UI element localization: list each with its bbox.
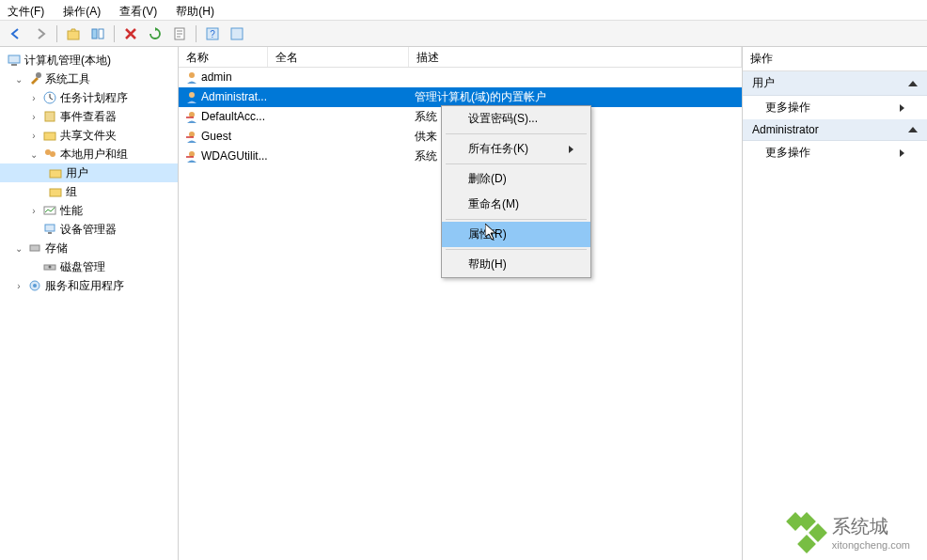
menu-rename[interactable]: 重命名(M) — [442, 192, 590, 217]
menu-help[interactable]: 帮助(H) — [172, 2, 218, 18]
expander-icon[interactable]: › — [28, 93, 39, 103]
svg-rect-7 — [8, 55, 20, 63]
svg-point-28 — [189, 132, 195, 137]
actions-more-2[interactable]: 更多操作 — [743, 141, 927, 164]
column-fullname[interactable]: 全名 — [268, 47, 409, 67]
services-icon — [27, 278, 42, 293]
help-button[interactable]: ? — [202, 23, 223, 44]
up-button[interactable] — [63, 23, 84, 44]
expander-icon[interactable]: › — [28, 112, 39, 122]
folder-icon — [48, 165, 63, 180]
menu-set-password[interactable]: 设置密码(S)... — [442, 106, 590, 132]
tree-users[interactable]: 用户 — [0, 163, 178, 182]
tools-icon — [27, 71, 42, 86]
cell-name: admin — [201, 70, 232, 84]
tree-label: 事件查看器 — [60, 109, 117, 125]
actions-more-1[interactable]: 更多操作 — [743, 96, 927, 119]
tree-label: 任务计划程序 — [60, 90, 128, 106]
tree-label: 存储 — [45, 241, 68, 257]
cell-name: WDAGUtilit... — [201, 149, 268, 163]
list-row[interactable]: admin — [179, 68, 742, 87]
svg-rect-18 — [45, 225, 55, 231]
expander-icon[interactable]: › — [28, 206, 39, 216]
user-disabled-icon — [184, 149, 199, 164]
user-disabled-icon — [184, 130, 199, 145]
menu-properties[interactable]: 属性(R) — [442, 222, 590, 247]
delete-button[interactable] — [120, 23, 141, 44]
tree-groups[interactable]: 组 — [0, 182, 178, 201]
share-icon — [42, 128, 57, 143]
tree-root[interactable]: 计算机管理(本地) — [0, 51, 178, 70]
tree-label: 设备管理器 — [60, 222, 117, 238]
user-disabled-icon — [184, 110, 199, 125]
expander-icon[interactable]: › — [28, 131, 39, 141]
tree-view[interactable]: 计算机管理(本地) ⌄ 系统工具 › 任务计划程序 › 事件查看器 › 共享文件… — [0, 47, 179, 560]
section-label: 用户 — [752, 75, 775, 91]
cell-desc: 管理计算机(域)的内置帐户 — [409, 87, 742, 107]
menu-all-tasks[interactable]: 所有任务(K) — [442, 136, 590, 162]
column-name[interactable]: 名称 — [179, 47, 268, 67]
refresh-button[interactable] — [145, 23, 165, 44]
menu-file[interactable]: 文件(F) — [4, 2, 48, 18]
tree-label: 系统工具 — [45, 71, 90, 87]
svg-point-9 — [36, 72, 41, 78]
svg-rect-19 — [48, 232, 52, 234]
tree-shared-folders[interactable]: › 共享文件夹 — [0, 126, 178, 145]
item-label: 更多操作 — [765, 145, 810, 161]
logo-icon — [789, 515, 825, 551]
properties-button[interactable] — [227, 23, 247, 44]
cell-name: DefaultAcc... — [201, 110, 265, 123]
export-button[interactable] — [169, 23, 190, 44]
tree-device-manager[interactable]: 设备管理器 — [0, 220, 178, 239]
forward-button[interactable] — [30, 23, 51, 44]
expander-icon[interactable]: ⌄ — [13, 74, 24, 85]
back-button[interactable] — [6, 23, 26, 44]
svg-point-22 — [49, 266, 52, 269]
svg-rect-0 — [68, 31, 79, 39]
menu-separator — [446, 163, 587, 164]
svg-rect-1 — [92, 29, 97, 39]
svg-point-24 — [33, 284, 37, 288]
menu-help[interactable]: 帮助(H) — [442, 252, 590, 277]
computer-icon — [7, 53, 22, 68]
expander-icon[interactable]: ⌄ — [13, 243, 24, 254]
svg-rect-12 — [44, 132, 55, 140]
tree-task-scheduler[interactable]: › 任务计划程序 — [0, 88, 178, 107]
actions-pane: 操作 用户 更多操作 Administrator 更多操作 — [743, 47, 927, 560]
list-header: 名称 全名 描述 — [179, 47, 742, 68]
folder-icon — [48, 184, 63, 199]
tree-label: 计算机管理(本地) — [24, 53, 111, 69]
tree-label: 服务和应用程序 — [45, 278, 124, 294]
tree-event-viewer[interactable]: › 事件查看器 — [0, 107, 178, 126]
user-icon — [184, 90, 199, 105]
column-description[interactable]: 描述 — [409, 47, 742, 67]
cell-name: Guest — [201, 130, 231, 143]
show-hide-button[interactable] — [87, 23, 108, 44]
tree-system-tools[interactable]: ⌄ 系统工具 — [0, 70, 178, 88]
menu-action[interactable]: 操作(A) — [59, 2, 104, 18]
watermark-url: xitongcheng.com — [832, 539, 910, 551]
collapse-icon — [908, 127, 918, 132]
arrow-right-icon — [569, 146, 573, 153]
cell-full — [268, 116, 409, 119]
tree-local-users[interactable]: ⌄ 本地用户和组 — [0, 145, 178, 163]
expander-icon[interactable]: › — [13, 281, 24, 291]
svg-point-14 — [50, 151, 55, 157]
actions-section-users[interactable]: 用户 — [743, 71, 927, 96]
tree-label: 性能 — [60, 203, 83, 219]
actions-section-admin[interactable]: Administrator — [743, 119, 927, 141]
tree-disk-management[interactable]: 磁盘管理 — [0, 257, 178, 276]
svg-rect-6 — [231, 28, 243, 39]
svg-rect-8 — [11, 64, 17, 66]
menu-delete[interactable]: 删除(D) — [442, 166, 590, 192]
svg-rect-11 — [45, 112, 55, 121]
list-row[interactable]: Administrat... 管理计算机(域)的内置帐户 — [179, 87, 742, 107]
tree-storage[interactable]: ⌄ 存储 — [0, 239, 178, 257]
menu-separator — [446, 219, 587, 220]
tree-performance[interactable]: › 性能 — [0, 201, 178, 220]
expander-icon[interactable]: ⌄ — [28, 149, 39, 160]
tree-services[interactable]: › 服务和应用程序 — [0, 276, 178, 295]
menu-view[interactable]: 查看(V) — [116, 2, 161, 18]
event-icon — [42, 109, 57, 124]
svg-point-29 — [189, 151, 195, 157]
